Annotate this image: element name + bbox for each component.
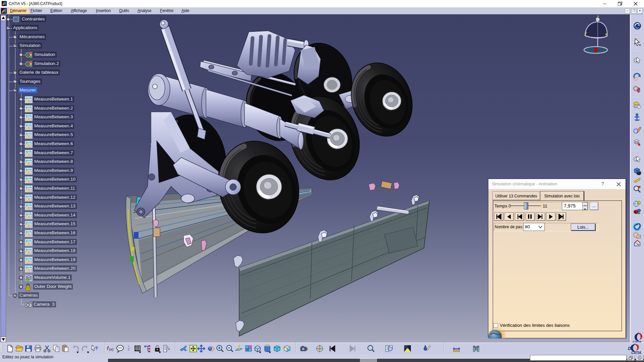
- svg-text:D: D: [628, 346, 631, 351]
- svg-text:x: x: [605, 32, 607, 37]
- svg-text:(x): (x): [109, 347, 113, 351]
- svg-text:z: z: [596, 14, 599, 19]
- svg-text:?: ?: [95, 345, 98, 351]
